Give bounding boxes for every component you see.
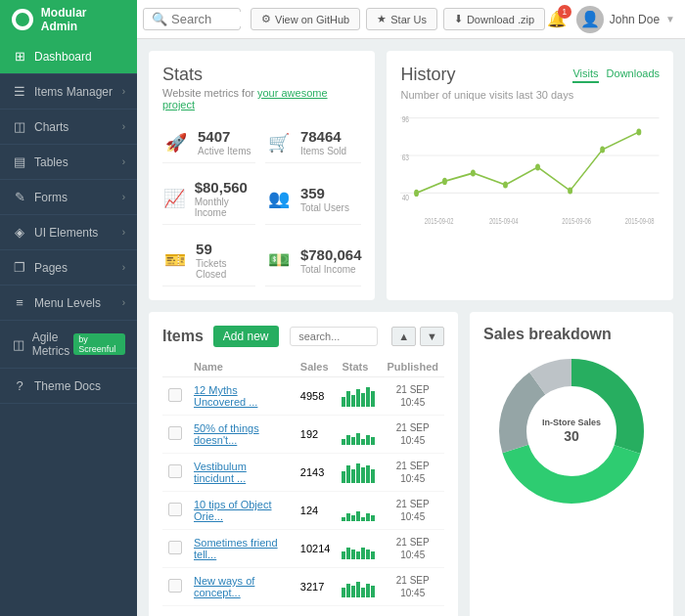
- stat-total-income: 💵 $780,064 Total Income: [265, 235, 362, 286]
- row-stats-5: [336, 568, 381, 606]
- notifications[interactable]: 🔔 1: [547, 10, 567, 28]
- items-header: Items Add new ▲ ▼: [162, 326, 444, 347]
- main-layout: ⊞ Dashboard☰ Items Manager›◫ Charts›▤ Ta…: [0, 39, 685, 616]
- sales-title: Sales breakdown: [483, 326, 660, 343]
- stat-icon-tickets-closed: 🎫: [162, 246, 188, 274]
- row-name-1[interactable]: 50% of things doesn't...: [188, 416, 295, 454]
- sidebar-label-pages: Pages: [34, 261, 122, 275]
- stat-value-tickets-closed: 59: [196, 241, 255, 258]
- brand-name: Modular Admin: [41, 6, 125, 33]
- items-prev-button[interactable]: ▲: [391, 327, 416, 346]
- row-check-0[interactable]: [162, 377, 188, 416]
- chevron-right-icon: ›: [122, 156, 125, 167]
- row-check-4[interactable]: [162, 530, 188, 568]
- mini-bar: [361, 467, 365, 483]
- sidebar-icon-dashboard: ⊞: [12, 49, 27, 64]
- sidebar-label-theme-docs: Theme Docs: [34, 379, 125, 393]
- row-sales-4: 10214: [295, 530, 337, 568]
- add-new-button[interactable]: Add new: [213, 326, 279, 347]
- mini-bar: [366, 465, 370, 483]
- table-row: 50% of things doesn't... 192 21 SEP10:45: [162, 416, 444, 454]
- sidebar-item-charts[interactable]: ◫ Charts›: [0, 110, 137, 145]
- row-sales-3: 124: [295, 492, 337, 530]
- row-name-4[interactable]: Sometimes friend tell...: [188, 530, 295, 568]
- row-sales-0: 4958: [295, 377, 337, 416]
- stats-grid: 🚀 5407 Active Items 🛒 78464 Items Sold 📈…: [162, 122, 361, 286]
- table-row: Vestibulum tincidunt ... 2143 21 SEP10:4…: [162, 454, 444, 492]
- mini-bar: [346, 548, 350, 559]
- chevron-right-icon: ›: [122, 86, 125, 97]
- stat-value-total-income: $780,064: [300, 246, 362, 264]
- star-button[interactable]: ★ Star Us: [366, 8, 437, 30]
- table-row: 10 tips of Object Orie... 124 21 SEP10:4…: [162, 492, 444, 530]
- row-check-1[interactable]: [162, 416, 188, 454]
- sidebar-item-pages[interactable]: ❐ Pages›: [0, 250, 137, 286]
- sidebar-item-theme-docs[interactable]: ? Theme Docs: [0, 369, 137, 404]
- row-stats-4: [336, 530, 381, 568]
- sidebar-icon-tables: ▤: [12, 154, 27, 169]
- stat-icon-items-sold: 🛒: [265, 129, 293, 156]
- tab-downloads[interactable]: Downloads: [607, 67, 660, 83]
- sidebar-icon-pages: ❐: [12, 260, 27, 275]
- items-next-button[interactable]: ▼: [420, 327, 444, 346]
- stat-total-users: 👥 359 Total Users: [265, 173, 362, 225]
- mini-bar: [371, 437, 375, 445]
- search-box[interactable]: 🔍: [143, 8, 241, 30]
- search-input[interactable]: [171, 12, 250, 26]
- sidebar-icon-charts: ◫: [12, 119, 27, 134]
- mini-bar: [366, 550, 370, 559]
- download-button[interactable]: ⬇ Download .zip: [443, 8, 545, 30]
- mini-bar: [356, 463, 360, 483]
- svg-text:63: 63: [402, 153, 410, 162]
- mini-bar: [371, 469, 375, 483]
- sidebar-item-tables[interactable]: ▤ Tables›: [0, 145, 137, 180]
- row-name-0[interactable]: 12 Myths Uncovered ...: [188, 377, 295, 416]
- row-name-3[interactable]: 10 tips of Object Orie...: [188, 492, 295, 530]
- svg-text:2015-09-04: 2015-09-04: [489, 215, 519, 225]
- mini-bar: [342, 471, 345, 483]
- row-published-0: 21 SEP10:45: [381, 377, 444, 416]
- row-published-2: 21 SEP10:45: [381, 454, 444, 492]
- nav-buttons: ⚙ View on GitHub ★ Star Us ⬇ Download .z…: [251, 8, 545, 30]
- svg-point-16: [601, 146, 606, 153]
- mini-bar: [351, 515, 355, 521]
- sidebar-item-menu-levels[interactable]: ≡ Menu Levels›: [0, 286, 137, 321]
- sidebar-item-forms[interactable]: ✎ Forms›: [0, 180, 137, 215]
- row-stats-3: [336, 492, 381, 530]
- sidebar-item-dashboard[interactable]: ⊞ Dashboard: [0, 39, 137, 74]
- top-row: Stats Website metrics for your awesome p…: [149, 51, 673, 300]
- avatar: 👤: [576, 6, 604, 33]
- donut-container: In-Store Sales 30: [483, 353, 660, 509]
- items-search-input[interactable]: [290, 327, 378, 346]
- sidebar-label-menu-levels: Menu Levels: [34, 296, 122, 310]
- topnav: Modular Admin 🔍 ⚙ View on GitHub ★ Star …: [0, 0, 685, 39]
- col-check: [162, 357, 188, 377]
- main-content: Stats Website metrics for your awesome p…: [137, 39, 685, 616]
- bottom-row: Items Add new ▲ ▼ Name Sales Stats: [149, 312, 673, 616]
- row-sales-2: 2143: [295, 454, 337, 492]
- stat-icon-total-users: 👥: [265, 185, 293, 212]
- donut-center-value: 30: [564, 428, 579, 444]
- sidebar-icon-items-manager: ☰: [12, 84, 27, 99]
- chevron-right-icon: ›: [122, 227, 125, 238]
- row-check-2[interactable]: [162, 454, 188, 492]
- chevron-right-icon: ›: [122, 297, 125, 308]
- row-name-5[interactable]: New ways of concept...: [188, 568, 295, 606]
- stat-monthly-income: 📈 $80,560 Monthly Income: [162, 173, 255, 225]
- user-info[interactable]: 👤 John Doe ▼: [576, 6, 675, 33]
- github-button[interactable]: ⚙ View on GitHub: [251, 8, 360, 30]
- mini-bar: [351, 437, 355, 445]
- row-stats-0: [336, 377, 381, 416]
- sidebar-item-ui-elements[interactable]: ◈ UI Elements›: [0, 215, 137, 250]
- stat-label-monthly-income: Monthly Income: [195, 197, 255, 218]
- row-check-3[interactable]: [162, 492, 188, 530]
- sidebar-item-agile-metrics[interactable]: ◫ Agile Metricsby Screenful: [0, 321, 137, 369]
- row-name-2[interactable]: Vestibulum tincidunt ...: [188, 454, 295, 492]
- sidebar-item-items-manager[interactable]: ☰ Items Manager›: [0, 74, 137, 110]
- col-sales: Sales: [295, 357, 337, 377]
- stats-card: Stats Website metrics for your awesome p…: [149, 51, 375, 300]
- row-check-5[interactable]: [162, 568, 188, 606]
- sidebar-label-forms: Forms: [34, 191, 122, 204]
- tab-visits[interactable]: Visits: [572, 67, 598, 83]
- stat-label-total-income: Total Income: [300, 264, 362, 275]
